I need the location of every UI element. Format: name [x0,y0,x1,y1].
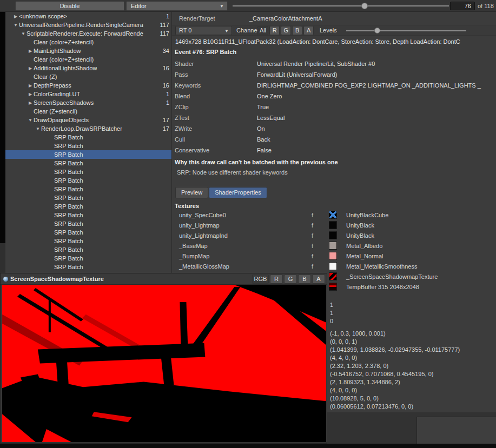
property-label: Blend [175,93,190,99]
tree-item[interactable]: Clear (Z) [5,72,171,81]
property-row: ZTestLessEqual [172,112,496,123]
tree-item-label: DrawOpaqueObjects [34,117,89,123]
shader-values: 110(-1, 0.3, 1000, 0.001)(0, 0, 0, 1)(1.… [330,302,460,411]
foldout-down-icon[interactable]: ▼ [12,23,19,28]
tree-item[interactable]: ▶MainLightShadow34 [5,46,171,55]
tree-item[interactable]: SRP Batch [5,263,171,271]
foldout-right-icon[interactable]: ▶ [27,101,34,105]
preview-channel-rgb[interactable]: RGB [252,275,269,284]
tree-item[interactable]: SRP Batch [5,211,171,219]
texture-swatch[interactable] [329,262,337,270]
tree-item[interactable]: ▶ScreenSpaceShadows1 [5,98,171,107]
tree-item[interactable]: ▼UniversalRenderPipeline.RenderSingleCam… [5,21,171,29]
tree-item[interactable]: Clear (color+Z+stencil) [5,38,171,46]
shader-vector-value: (2.32, 1.203, 2.378, 0) [330,363,460,371]
preview-channel-r[interactable]: R [270,275,283,284]
tree-item[interactable]: SRP Batch [5,176,171,185]
channel-button-all[interactable]: All [257,26,268,35]
texture-asset-name: TempBuffer 315 2048x2048 [346,284,419,290]
tab-shaderproperties[interactable]: ShaderProperties [209,187,267,198]
texture-flag: f [312,263,313,270]
preview-channel-b[interactable]: B [298,275,311,284]
tree-item[interactable]: ▼DrawOpaqueObjects17 [5,116,171,124]
texture-swatch[interactable] [329,231,337,239]
property-label: ZWrite [175,125,192,132]
texture-swatch[interactable] [329,242,337,250]
tree-item[interactable]: ▼ScriptableRenderer.Execute: ForwardRend… [5,29,171,38]
tree-item[interactable]: Clear (Z+stencil) [5,107,171,116]
tab-preview[interactable]: Preview [175,187,208,198]
tree-item[interactable]: ▶ColorGradingLUT1 [5,90,171,98]
foldout-right-icon[interactable]: ▶ [12,14,19,19]
property-row: ConservativeFalse [172,145,496,156]
frame-debugger-toolbar: Disable Editor ▼ 76 of 118 [0,0,496,12]
tree-item[interactable]: SRP Batch [5,237,171,245]
texture-flag: f [312,222,313,229]
tree-item[interactable]: SRP Batch [5,159,171,168]
scene-view-edge [0,12,5,243]
disable-button[interactable]: Disable [15,1,124,11]
tree-item[interactable]: Clear (color+Z+stencil) [5,55,171,64]
property-list: ShaderUniversal Render Pipeline/Lit, Sub… [172,58,496,156]
tree-item-count: 16 [163,82,171,89]
foldout-right-icon[interactable]: ▶ [27,92,34,97]
foldout-right-icon[interactable]: ▶ [27,49,34,54]
tree-item[interactable]: ▶DepthPrepass16 [5,81,171,90]
frame-number-field[interactable]: 76 [450,2,475,10]
tree-item-label: Clear (color+Z+stencil) [34,56,94,63]
preview-titlebar[interactable]: ScreenSpaceShadowmapTexture RGBRGBA [1,273,327,285]
target-selector-dropdown[interactable]: Editor ▼ [126,1,228,11]
shader-vector-value: (10.08928, 5, 0, 0) [330,395,460,403]
channel-button-b[interactable]: B [292,26,302,35]
tree-item[interactable]: SRP Batch [5,168,171,176]
tree-item[interactable]: SRP Batch [5,228,171,237]
dropdown-arrow-icon: ▼ [224,27,229,35]
editor-background-strip [0,243,5,273]
shader-vector-value: (1.041399, 1.038826, -0.02947355, -0.011… [330,346,460,355]
tree-item[interactable]: ▶<unknown scope>1 [5,12,171,21]
tree-item[interactable]: SRP Batch [5,219,171,228]
foldout-right-icon[interactable]: ▶ [27,83,34,88]
texture-row: unity_LightmapfUnityBlack [172,220,496,231]
foldout-down-icon[interactable]: ▼ [35,126,41,131]
texture-prop-name: _MetallicGlossMap [179,263,229,270]
preview-channel-g[interactable]: G [284,275,297,284]
texture-swatch[interactable] [329,221,337,229]
tree-item[interactable]: SRP Batch [5,142,171,150]
texture-prop-name: _BumpMap [179,253,209,259]
tree-item[interactable]: SRP Batch [5,150,171,159]
tree-item[interactable]: ▼RenderLoop.DrawSRPBatcher17 [5,124,171,133]
channel-button-r[interactable]: R [269,26,280,35]
tree-item[interactable]: SRP Batch [5,193,171,202]
texture-swatch[interactable] [329,211,337,219]
tree-item-label: SRP Batch [54,264,83,270]
property-row: ZWriteOn [172,123,496,134]
rt-index-dropdown[interactable]: RT 0 ▼ [175,26,232,35]
texture-swatch[interactable] [329,272,337,280]
foldout-down-icon[interactable]: ▼ [20,31,27,36]
tree-item[interactable]: ▶AdditionalLightsShadow16 [5,64,171,72]
preview-channel-a[interactable]: A [312,275,325,284]
event-tree[interactable]: ▶<unknown scope>1▼UniversalRenderPipelin… [5,12,171,273]
dropdown-arrow-icon: ▼ [220,2,224,11]
property-value: False [257,147,272,153]
tree-item-label: SRP Batch [54,169,83,175]
frame-slider-handle[interactable] [361,3,368,9]
channel-button-a[interactable]: A [303,26,314,35]
channel-button-g[interactable]: G [281,26,291,35]
bottom-dark-bar [0,444,496,448]
tree-item[interactable]: SRP Batch [5,185,171,193]
texture-swatch[interactable] [329,252,337,260]
tree-item-label: AdditionalLightsShadow [34,65,97,71]
foldout-right-icon[interactable]: ▶ [27,66,34,71]
tree-item[interactable]: SRP Batch [5,254,171,263]
property-value: ForwardLit (UniversalForward) [257,71,338,78]
frame-slider[interactable] [233,0,449,12]
tree-item[interactable]: SRP Batch [5,202,171,211]
foldout-down-icon[interactable]: ▼ [27,118,34,123]
texture-swatch[interactable] [329,283,337,291]
levels-slider-handle[interactable] [374,28,380,34]
tree-item[interactable]: SRP Batch [5,245,171,254]
tree-item[interactable]: SRP Batch [5,133,171,142]
levels-slider[interactable] [346,25,466,36]
